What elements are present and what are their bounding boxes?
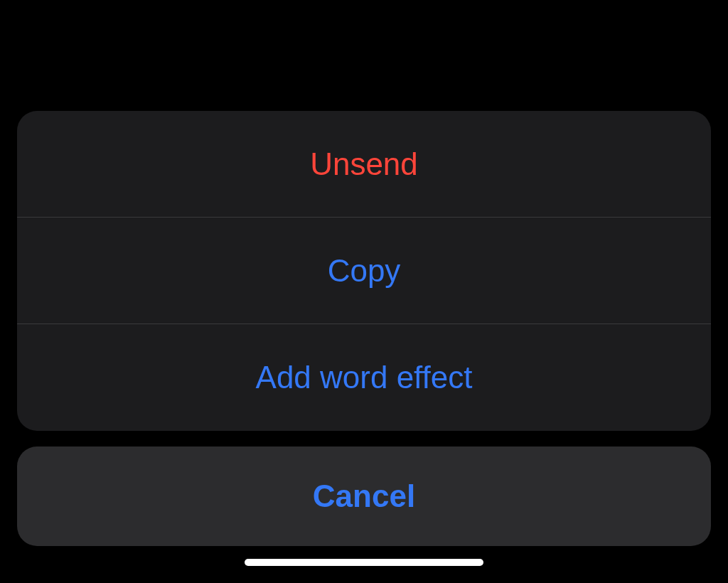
cancel-button[interactable]: Cancel (17, 446, 711, 546)
action-group: Unsend Copy Add word effect (17, 111, 711, 431)
add-word-effect-button[interactable]: Add word effect (17, 324, 711, 431)
action-sheet: Unsend Copy Add word effect Cancel (17, 111, 711, 546)
unsend-button[interactable]: Unsend (17, 111, 711, 218)
cancel-label: Cancel (313, 478, 415, 514)
action-label: Unsend (310, 146, 418, 182)
action-label: Add word effect (256, 360, 473, 395)
cancel-group: Cancel (17, 446, 711, 546)
home-indicator[interactable] (245, 559, 483, 566)
copy-button[interactable]: Copy (17, 218, 711, 324)
action-label: Copy (328, 253, 401, 289)
